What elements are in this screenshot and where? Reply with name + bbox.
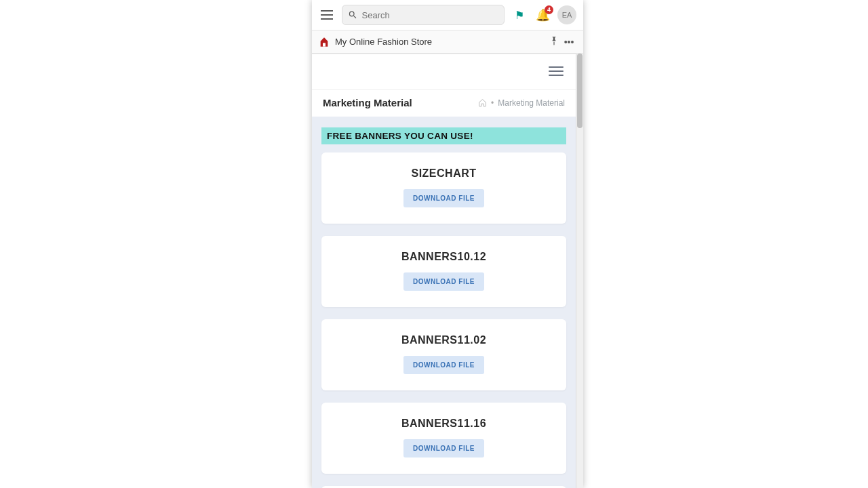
download-button[interactable]: DOWNLOAD FILE [403, 356, 484, 374]
download-button[interactable]: DOWNLOAD FILE [403, 189, 484, 207]
app-frame: ⚑ 🔔 4 EA My Online Fashion Store ••• Mar… [312, 0, 583, 488]
more-button[interactable]: ••• [561, 37, 576, 47]
card-title: BANNERS10.12 [332, 251, 555, 263]
download-button[interactable]: DOWNLOAD FILE [403, 439, 484, 458]
scrollbar-thumb[interactable] [577, 54, 583, 128]
breadcrumb-current: Marketing Material [498, 98, 565, 108]
breadcrumb-separator: • [491, 98, 494, 108]
content-menu-button[interactable] [549, 64, 565, 79]
card-list: SIZECHARTDOWNLOAD FILEBANNERS10.12DOWNLO… [312, 152, 576, 488]
download-card: BANNERS11.16DOWNLOAD FILE [321, 403, 566, 474]
search-input[interactable] [362, 10, 498, 20]
notification-badge: 4 [545, 5, 553, 14]
flag-button[interactable]: ⚑ [511, 9, 528, 22]
search-box[interactable] [342, 5, 505, 25]
breadcrumb: • Marketing Material [478, 98, 565, 108]
download-card: BANNERS11.02DOWNLOAD FILE [321, 319, 566, 390]
pin-button[interactable] [547, 36, 561, 47]
store-name: My Online Fashion Store [335, 37, 547, 47]
content-wrap: Marketing Material • Marketing Material … [312, 54, 583, 488]
notifications-button[interactable]: 🔔 4 [534, 8, 551, 22]
store-icon [319, 37, 330, 47]
card-title: BANNERS11.16 [332, 418, 555, 430]
menu-button[interactable] [319, 7, 335, 23]
download-button[interactable]: DOWNLOAD FILE [403, 272, 484, 291]
avatar[interactable]: EA [557, 5, 576, 24]
content-area: Marketing Material • Marketing Material … [312, 54, 576, 488]
card-title: SIZECHART [332, 167, 555, 180]
top-bar: ⚑ 🔔 4 EA [312, 0, 583, 30]
scrollbar-track[interactable] [576, 54, 583, 488]
home-icon [478, 98, 487, 107]
download-card: BANNERS10.12DOWNLOAD FILE [321, 236, 566, 307]
card-title: BANNERS11.02 [332, 334, 555, 346]
sub-header [312, 54, 576, 89]
title-bar: Marketing Material • Marketing Material [312, 89, 576, 117]
pin-icon [549, 36, 559, 45]
page-title: Marketing Material [323, 97, 412, 108]
search-icon [348, 9, 358, 20]
banner-heading: FREE BANNERS YOU CAN USE! [321, 127, 566, 144]
download-card: SIZECHARTDOWNLOAD FILE [321, 152, 566, 224]
flag-icon: ⚑ [515, 9, 524, 21]
store-bar: My Online Fashion Store ••• [312, 30, 583, 54]
